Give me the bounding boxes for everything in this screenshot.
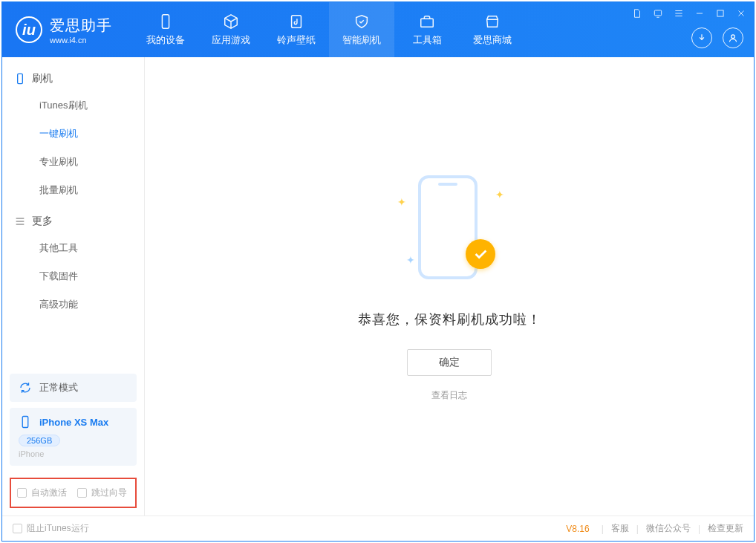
checkbox-label: 阻止iTunes运行: [27, 522, 89, 535]
success-message: 恭喜您，保资料刷机成功啦！: [358, 310, 541, 328]
app-subtitle: www.i4.cn: [50, 36, 112, 45]
tab-label: 我的设备: [146, 33, 185, 47]
svg-rect-7: [22, 417, 28, 428]
shop-icon: [483, 13, 501, 30]
footer: 阻止iTunes运行 V8.16 | 客服 | 微信公众号 | 检查更新: [2, 516, 754, 541]
checkbox-skip-guide[interactable]: 跳过向导: [77, 487, 127, 499]
window-controls: [630, 7, 748, 20]
logo-text: 爱思助手 www.i4.cn: [50, 16, 112, 45]
sidebar: 刷机 iTunes刷机 一键刷机 专业刷机 批量刷机 更多 其他工具 下载固件 …: [2, 57, 145, 516]
sidebar-item-firmware[interactable]: 下载固件: [2, 262, 144, 290]
separator: |: [636, 524, 639, 534]
sidebar-item-itunes-flash[interactable]: iTunes刷机: [2, 91, 144, 120]
cube-icon: [222, 13, 240, 30]
device-type: iPhone: [19, 449, 128, 458]
app-title: 爱思助手: [50, 16, 112, 36]
sidebar-item-other-tools[interactable]: 其他工具: [2, 234, 144, 262]
success-illustration: ✦ ✦ ✦: [390, 171, 509, 290]
checkbox-block-itunes[interactable]: 阻止iTunes运行: [13, 522, 89, 535]
user-icon[interactable]: [723, 27, 743, 48]
svg-rect-0: [162, 15, 169, 28]
svg-rect-2: [421, 19, 434, 27]
main-content: ✦ ✦ ✦ 恭喜您，保资料刷机成功啦！ 确定 查看日志: [145, 57, 754, 516]
body: 刷机 iTunes刷机 一键刷机 专业刷机 批量刷机 更多 其他工具 下载固件 …: [2, 57, 754, 516]
tab-ringtones[interactable]: 铃声壁纸: [264, 2, 329, 57]
sidebar-item-oneclick-flash[interactable]: 一键刷机: [2, 120, 144, 148]
svg-rect-6: [18, 74, 23, 83]
separator: |: [602, 524, 604, 534]
checkbox-icon: [17, 488, 27, 498]
header-actions: [691, 27, 743, 48]
footer-right: V8.16 | 客服 | 微信公众号 | 检查更新: [566, 522, 743, 535]
music-file-icon: [287, 13, 305, 30]
header: iu 爱思助手 www.i4.cn 我的设备 应用游戏 铃声壁纸 智能刷机: [2, 2, 754, 57]
view-log-link[interactable]: 查看日志: [431, 389, 467, 402]
group-title: 刷机: [32, 72, 53, 85]
device-capacity: 256GB: [19, 435, 60, 446]
tab-smart-flash[interactable]: 智能刷机: [329, 2, 394, 57]
sparkle-icon: ✦: [397, 196, 406, 208]
check-update-link[interactable]: 检查更新: [708, 522, 743, 535]
checkbox-auto-activate[interactable]: 自动激活: [17, 487, 67, 499]
tab-apps[interactable]: 应用游戏: [198, 2, 264, 57]
main-tabs: 我的设备 应用游戏 铃声壁纸 智能刷机 工具箱 爱思商城: [133, 2, 525, 57]
device-name: iPhone XS Max: [39, 417, 108, 428]
checkbox-icon: [77, 488, 87, 498]
sidebar-group-flash: 刷机: [2, 62, 144, 91]
logo-icon: iu: [16, 16, 42, 43]
sidebar-item-batch-flash[interactable]: 批量刷机: [2, 176, 144, 204]
theme-icon[interactable]: [630, 7, 644, 20]
device-mode: 正常模式: [39, 381, 78, 394]
checkbox-label: 跳过向导: [91, 487, 127, 499]
refresh-shield-icon: [353, 13, 371, 30]
maximize-icon[interactable]: [714, 7, 727, 20]
sidebar-item-advanced[interactable]: 高级功能: [2, 290, 144, 319]
svg-rect-1: [292, 16, 302, 28]
checkbox-label: 自动激活: [31, 487, 67, 499]
sparkle-icon: ✦: [406, 254, 415, 266]
phone-icon: [14, 73, 26, 85]
tab-my-device[interactable]: 我的设备: [133, 2, 198, 57]
menu-icon[interactable]: [672, 7, 685, 20]
device-panel: 正常模式 iPhone XS Max 256GB iPhone: [10, 374, 137, 472]
tab-label: 智能刷机: [342, 33, 381, 47]
group-title: 更多: [32, 215, 53, 228]
tab-toolbox[interactable]: 工具箱: [394, 2, 460, 57]
flash-options-row: 自动激活 跳过向导: [10, 478, 137, 508]
sidebar-item-pro-flash[interactable]: 专业刷机: [2, 148, 144, 176]
tab-label: 爱思商城: [473, 33, 512, 47]
toolbox-icon: [418, 13, 436, 30]
app-window: iu 爱思助手 www.i4.cn 我的设备 应用游戏 铃声壁纸 智能刷机: [1, 1, 755, 542]
svg-point-5: [731, 35, 735, 39]
feedback-icon[interactable]: [651, 7, 665, 20]
tab-label: 工具箱: [413, 33, 442, 47]
device-mode-card[interactable]: 正常模式: [10, 374, 137, 402]
list-icon: [14, 215, 26, 227]
version-label: V8.16: [566, 524, 589, 534]
sync-icon: [19, 381, 32, 394]
logo: iu 爱思助手 www.i4.cn: [2, 2, 126, 57]
wechat-link[interactable]: 微信公众号: [646, 522, 691, 535]
phone-icon: [19, 415, 32, 429]
sparkle-icon: ✦: [495, 189, 504, 201]
phone-icon: [157, 13, 175, 30]
download-icon[interactable]: [691, 27, 712, 48]
device-info-card[interactable]: iPhone XS Max 256GB iPhone: [10, 408, 137, 466]
svg-rect-4: [717, 10, 723, 16]
tab-label: 应用游戏: [212, 33, 250, 47]
svg-rect-3: [654, 10, 661, 16]
support-link[interactable]: 客服: [611, 522, 629, 535]
checkbox-icon: [13, 524, 22, 533]
ok-button[interactable]: 确定: [407, 349, 492, 376]
minimize-icon[interactable]: [693, 7, 706, 20]
close-icon[interactable]: [734, 7, 748, 20]
tab-label: 铃声壁纸: [277, 33, 316, 47]
sidebar-group-more: 更多: [2, 204, 144, 234]
check-badge-icon: [466, 239, 495, 269]
separator: |: [698, 524, 700, 534]
tab-store[interactable]: 爱思商城: [460, 2, 525, 57]
